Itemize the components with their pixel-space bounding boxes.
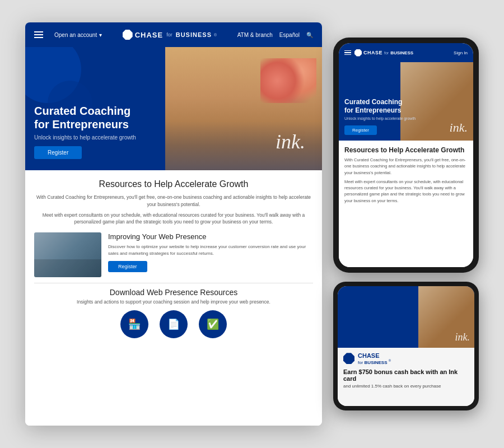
phone-hamburger-icon[interactable] — [344, 50, 351, 55]
download-icon-row: 🏪 📄 ✅ — [34, 310, 313, 338]
store-icon[interactable]: 🏪 — [120, 310, 148, 338]
desktop-content: Resources to Help Accelerate Growth With… — [25, 170, 322, 426]
chase-wordmark: CHASE — [135, 31, 164, 39]
right-column: CHASE for BUSINESS Sign In ink. Curated … — [333, 38, 479, 410]
small-phone-brand: CHASE for BUSINESS ® — [343, 352, 469, 365]
divider — [34, 283, 313, 283]
desktop-logo: CHASE for BUSINESS ® — [113, 30, 226, 40]
small-for-biz-label: for BUSINESS ® — [358, 359, 391, 365]
phone-logo: CHASE for BUSINESS — [354, 49, 450, 57]
small-phone-screen: ink. CHASE for BUSINESS ® — [338, 286, 474, 406]
phone-nav: CHASE for BUSINESS Sign In — [339, 43, 473, 62]
small-ink-logo: ink. — [455, 332, 470, 343]
phone-screen-tall: CHASE for BUSINESS Sign In ink. Curated … — [339, 43, 473, 267]
small-promo-title: Earn $750 bonus cash back with an Ink ca… — [343, 368, 469, 382]
scene: Open an account ▾ CHASE for BUSINESS ® A… — [0, 0, 504, 448]
resources-title: Resources to Help Accelerate Growth — [34, 179, 313, 189]
download-section: Download Web Presence Resources Insights… — [34, 288, 313, 338]
hero-content: Curated Coaching for Entrepreneurs Unloc… — [34, 104, 136, 159]
atm-branch-link[interactable]: ATM & branch — [237, 32, 273, 38]
download-desc: Insights and actions to support your coa… — [34, 299, 313, 305]
espanol-link[interactable]: Español — [279, 32, 300, 38]
small-phone-hero: ink. — [338, 286, 474, 348]
chase-for-label: for — [166, 32, 172, 38]
web-presence-card: Improving Your Web Presence Discover how… — [34, 232, 313, 277]
open-account-nav[interactable]: Open an account ▾ — [54, 32, 102, 38]
checklist-icon[interactable]: ✅ — [199, 310, 227, 338]
search-icon[interactable]: 🔍 — [306, 32, 313, 38]
open-account-label: Open an account — [54, 32, 97, 38]
document-icon[interactable]: 📄 — [160, 310, 188, 338]
phone-signin-link[interactable]: Sign In — [454, 50, 468, 55]
small-chase-label: CHASE — [358, 352, 391, 359]
chase-business-label: BUSINESS — [176, 31, 212, 38]
phone-for-text: for — [384, 51, 389, 55]
phone-content: Resources to Help Accelerate Growth With… — [339, 141, 473, 267]
phone-hero-content: Curated Coaching for Entrepreneurs Unloc… — [344, 98, 416, 135]
desktop-mockup: Open an account ▾ CHASE for BUSINESS ® A… — [25, 22, 322, 426]
phone-ink-logo: ink. — [450, 120, 468, 135]
small-promo-subtitle: and unlimited 1.5% cash back on every pu… — [343, 384, 469, 389]
hamburger-icon[interactable] — [34, 31, 43, 38]
resources-desc1: With Curated Coaching for Entrepreneurs,… — [34, 194, 313, 208]
phone-resources-desc2: Meet with expert consultants on your sch… — [344, 179, 468, 204]
resources-desc2: Meet with expert consultants on your sch… — [34, 212, 313, 226]
card-register-button[interactable]: Register — [108, 261, 147, 272]
chevron-down-icon: ▾ — [99, 32, 102, 38]
registered-mark: ® — [214, 33, 217, 37]
small-chase-octagon-icon — [343, 353, 354, 364]
phone-business-text: BUSINESS — [390, 50, 413, 55]
ink-logo: ink. — [276, 130, 305, 153]
phone-resources-title: Resources to Help Accelerate Growth — [344, 146, 468, 154]
chase-octagon-icon — [123, 30, 133, 40]
hero-flowers — [260, 58, 316, 103]
phone-resources-desc1: With Curated Coaching for Entrepreneurs,… — [344, 157, 468, 176]
small-brand-text: CHASE for BUSINESS ® — [358, 352, 391, 365]
hero-register-button[interactable]: Register — [34, 146, 82, 159]
chase-logo-group: CHASE for BUSINESS ® — [123, 30, 217, 40]
card-image — [34, 232, 101, 277]
nav-links: ATM & branch Español 🔍 — [237, 32, 313, 38]
hero-subtitle: Unlock insights to help accelerate growt… — [34, 134, 136, 141]
phone-mockup-tall: CHASE for BUSINESS Sign In ink. Curated … — [333, 38, 479, 273]
hero-title: Curated Coaching for Entrepreneurs — [34, 104, 136, 131]
card-text: Discover how to optimize your website to… — [108, 244, 313, 257]
small-phone-content: CHASE for BUSINESS ® Earn $750 bonus cas… — [338, 348, 474, 406]
phone-hero-subtitle: Unlock insights to help accelerate growt… — [344, 116, 416, 120]
desktop-nav: Open an account ▾ CHASE for BUSINESS ® A… — [25, 22, 322, 47]
phone-octagon-icon — [354, 49, 362, 57]
phone-chase-text: CHASE — [363, 50, 382, 55]
desktop-hero: ink. Curated Coaching for Entrepreneurs … — [25, 47, 322, 170]
phone-mockup-small: ink. CHASE for BUSINESS ® — [333, 282, 479, 410]
phone-hero: ink. Curated Coaching for Entrepreneurs … — [339, 62, 473, 141]
card-title: Improving Your Web Presence — [108, 232, 313, 241]
download-title: Download Web Presence Resources — [34, 288, 313, 297]
phone-hero-title: Curated Coaching for Entrepreneurs — [344, 98, 416, 114]
card-body: Improving Your Web Presence Discover how… — [108, 232, 313, 277]
phone-register-button[interactable]: Register — [344, 125, 377, 135]
